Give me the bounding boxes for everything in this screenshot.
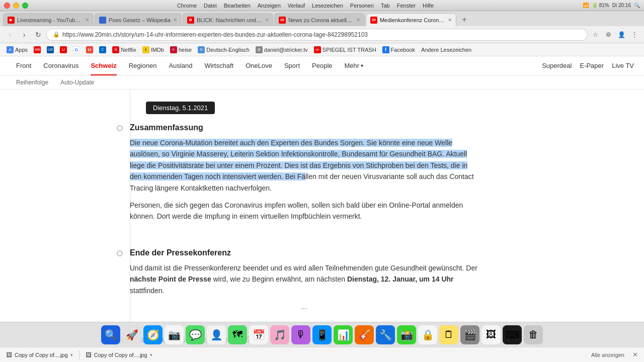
bookmark-g[interactable]: G [70,45,83,54]
nav-front[interactable]: Front [10,56,37,75]
bookmark-heise-icon: h [170,46,177,53]
tab-close-5[interactable]: ✕ [448,17,452,23]
tab-5[interactable]: 20 Medienkonferenz Coronavirus ✕ [366,13,456,26]
subnav-reihenfolge[interactable]: Reihenfolge [10,75,54,89]
dock-contacts[interactable]: 👤 [207,325,226,344]
dock-podcasts[interactable]: 🎙 [291,325,310,344]
back-button[interactable]: ‹ [4,29,16,41]
extensions-icon[interactable]: ⚙ [603,29,614,40]
search-icon[interactable]: 🔍 [634,3,640,8]
bookmark-star-icon[interactable]: ☆ [590,29,601,40]
bookmark-lw[interactable]: LW [44,45,56,54]
dock-launchpad[interactable]: 🚀 [122,325,141,344]
nav-ausland[interactable]: Ausland [163,56,198,75]
dock-facetime[interactable]: 📸 [397,325,416,344]
show-all-downloads[interactable]: Alle anzeigen [591,352,624,358]
tab-4[interactable]: 20 News zu Corona aktuell: Cor... ✕ [274,13,365,26]
dock-xcode[interactable]: 🔧 [376,325,395,344]
dock-keychain[interactable]: 🔒 [418,325,437,344]
menu-datei[interactable]: Datei [204,3,217,9]
nav-superdeal[interactable]: Superdeal [542,62,572,69]
dock-calendar[interactable]: 📅 [249,325,268,344]
dock-maps[interactable]: 🗺 [228,325,247,344]
nav-livetv[interactable]: Live TV [612,62,634,69]
minimize-button[interactable] [13,3,19,9]
tab-2[interactable]: Poes Gesetz – Wikipedia ✕ [95,13,182,26]
menu-verlauf[interactable]: Verlauf [288,3,305,9]
bookmark-facebook-label: Facebook [391,47,415,53]
menu-lesezeichen[interactable]: Lesezeichen [312,3,343,9]
menu-chrome[interactable]: Chrome [177,3,197,9]
bookmark-imdb[interactable]: i IMDb [140,45,167,54]
bookmark-c[interactable]: C [97,45,109,54]
site-nav-right: Superdeal E-Paper Live TV [542,62,634,69]
dock-garageband[interactable]: 🎸 [355,325,374,344]
subnav-autoupdate[interactable]: Auto-Update [54,75,100,89]
dock-preview[interactable]: 🖼 [481,325,501,344]
bookmark-uw[interactable]: U [57,45,69,54]
tab-close-2[interactable]: ✕ [173,17,177,23]
dock-safari[interactable]: 🧭 [143,325,163,344]
menu-hilfe[interactable]: Hilfe [423,3,434,9]
bookmark-andere[interactable]: Andere Lesezeichen [419,46,474,54]
nav-epaper[interactable]: E-Paper [580,62,604,69]
tab-close-3[interactable]: ✕ [265,17,269,23]
dock-appstore[interactable]: 📱 [312,325,332,344]
new-tab-button[interactable]: + [457,13,471,26]
bookmark-facebook[interactable]: f Facebook [380,45,418,54]
forward-button[interactable]: › [18,29,30,41]
bookmark-heise[interactable]: h heise [168,45,194,54]
nav-coronavirus[interactable]: Coronavirus [37,56,85,75]
bookmark-dict[interactable]: D Deutsch-Englisch [195,45,252,54]
tab-3[interactable]: B BLICK: Nachrichten und Schi... ✕ [183,13,273,26]
nav-regionen[interactable]: Regionen [123,56,163,75]
bookmark-spiegel[interactable]: SP SPIEGEL IST TRASH [311,45,379,54]
bookmark-netflix[interactable]: N Netflix [110,45,139,54]
tab-close-1[interactable]: ✕ [85,17,89,23]
dock-terminal[interactable]: ⌨ [503,325,522,344]
bookmark-spiegel-label: SPIEGEL IST TRASH [323,47,376,53]
tab-1[interactable]: ▶ Livestreaming - YouTube Stu... ✕ [3,13,94,26]
profile-icon[interactable]: 👤 [616,29,627,40]
reload-button[interactable]: ↻ [32,29,44,41]
bookmarks-bar: A Apps WB LW U G M C N Netflix i IMDb h … [0,43,644,56]
nav-icons: ☆ ⚙ 👤 ⋮ [590,29,640,40]
dock-messages[interactable]: 💬 [186,325,205,344]
dock-finder[interactable]: 🔍 [101,325,120,344]
nav-onelove[interactable]: OneLove [239,56,278,75]
titlebar: Chrome Datei Bearbeiten Anzeigen Verlauf… [0,0,644,11]
dock-notes[interactable]: 🗒 [439,325,458,344]
close-button[interactable] [4,3,10,9]
tab-close-4[interactable]: ✕ [356,17,360,23]
dock-numbers[interactable]: 📊 [334,325,353,344]
bookmark-daniel[interactable]: @ daniel@stricker.tv [253,45,310,54]
bookmark-apps[interactable]: A Apps [4,45,30,54]
menu-anzeigen[interactable]: Anzeigen [258,3,281,9]
close-downloads-bar[interactable]: ✕ [632,351,638,358]
nav-mehr[interactable]: Mehr ▾ [339,56,370,75]
nav-people[interactable]: People [306,56,338,75]
dock-trash[interactable]: 🗑 [524,325,543,344]
download-chevron-2[interactable]: ▾ [150,352,152,357]
dock-imovie[interactable]: 🎬 [460,325,479,344]
maximize-button[interactable] [22,3,28,9]
address-bar[interactable]: 🔒 https://www.20min.ch/story/um-14-uhr-i… [46,29,588,41]
dock-itunes[interactable]: 🎵 [270,325,289,344]
menu-fenster[interactable]: Fenster [397,3,416,9]
bookmark-wb[interactable]: WB [31,45,43,54]
tab-favicon-1: ▶ [8,17,15,24]
bookmark-m[interactable]: M [84,45,96,54]
menu-personen[interactable]: Personen [350,3,374,9]
menu-bearbeiten[interactable]: Bearbeiten [224,3,251,9]
menu-tab[interactable]: Tab [381,3,390,9]
nav-sport[interactable]: Sport [278,56,306,75]
dock-photos[interactable]: 📷 [165,325,184,344]
bookmark-uw-icon: U [60,46,67,53]
nav-wirtschaft[interactable]: Wirtschaft [198,56,239,75]
menu-dots-icon[interactable]: ⋮ [629,29,640,40]
nav-schweiz[interactable]: Schweiz [85,56,122,75]
tab-bar: ▶ Livestreaming - YouTube Stu... ✕ Poes … [0,11,644,26]
more-options-btn[interactable]: ··· [130,302,478,315]
download-chevron-1[interactable]: ▾ [70,352,73,357]
bookmark-lw-icon: LW [47,46,54,53]
